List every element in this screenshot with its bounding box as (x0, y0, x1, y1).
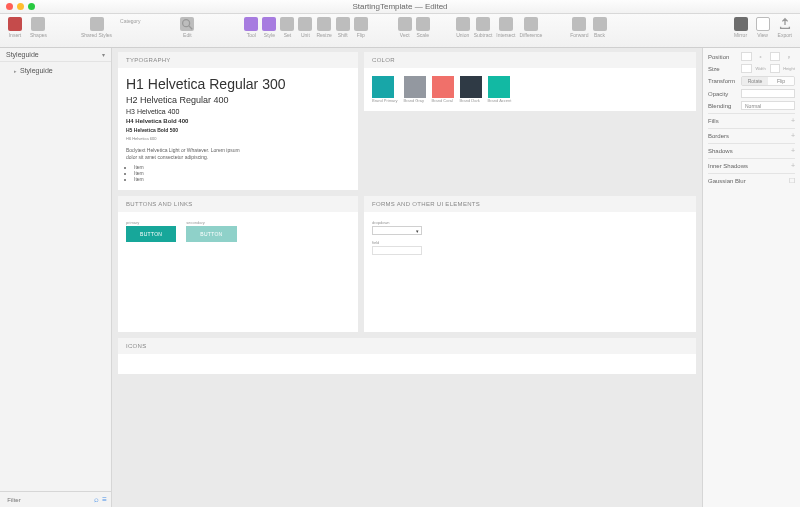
icons-panel: ICONS (118, 338, 696, 374)
layer-panel: Styleguide ▾ Styleguide ⌕ ≡ (0, 48, 112, 507)
edit-button[interactable]: Edit (180, 17, 194, 38)
style-button[interactable]: Style (262, 17, 276, 38)
svg-point-0 (183, 20, 190, 27)
forms-title: FORMS AND OTHER UI ELEMENTS (364, 196, 696, 212)
color-panel: COLOR Brand PrimaryBrand GrayBrand Coral… (364, 52, 696, 111)
difference-button[interactable]: Difference (520, 17, 543, 38)
search-icon (180, 17, 194, 31)
forward-button[interactable]: Forward (570, 17, 588, 38)
back-button[interactable]: Back (593, 17, 607, 38)
shape-icon (31, 17, 45, 31)
filter-icon[interactable]: ⌕ (94, 495, 99, 504)
mirror-icon (734, 17, 748, 31)
buttons-title: BUTTONS AND LINKS (118, 196, 358, 212)
borders-section[interactable]: Borders+ (708, 128, 795, 140)
swatch-box (488, 76, 510, 98)
opacity-field[interactable] (741, 89, 795, 98)
filter-input[interactable] (7, 497, 91, 503)
typography-title: TYPOGRAPHY (118, 52, 358, 68)
unit-icon (298, 17, 312, 31)
intersect-button[interactable]: Intersect (496, 17, 515, 38)
subtract-icon (476, 17, 490, 31)
view-button[interactable]: View (756, 17, 770, 38)
insert-button[interactable]: Insert (8, 17, 22, 38)
list-icon[interactable]: ≡ (102, 495, 107, 504)
shift-icon (336, 17, 350, 31)
blending-select[interactable]: Normal (741, 101, 795, 110)
page-selector[interactable]: Styleguide ▾ (0, 48, 111, 62)
boolean-group: UnionSubtractIntersectDifference (456, 17, 543, 38)
position-label: Position (708, 54, 738, 60)
h1-sample: H1 Helvetica Regular 300 (126, 76, 350, 92)
union-icon (456, 17, 470, 31)
category-group: Category (120, 17, 140, 24)
shift-button[interactable]: Shift (336, 17, 350, 38)
back-icon (593, 17, 607, 31)
plus-icon[interactable]: + (791, 162, 795, 169)
page-name: Styleguide (6, 51, 39, 58)
secondary-button[interactable]: BUTTON (186, 226, 236, 242)
primary-button[interactable]: BUTTON (126, 226, 176, 242)
window-titlebar: StartingTemplate — Edited (0, 0, 800, 14)
shared-styles-button[interactable]: Shared Styles (81, 17, 112, 38)
body-sample: Bodytext Helvetica Light or Whatever. Lo… (126, 147, 246, 161)
swatch-label: Brand Accent (488, 99, 512, 103)
transform-segment[interactable]: RotateFlip (741, 76, 795, 86)
form-select[interactable]: ▾ (372, 226, 422, 235)
layer-item[interactable]: Styleguide (4, 65, 107, 76)
forms-panel: FORMS AND OTHER UI ELEMENTS dropdown ▾ f… (364, 196, 696, 332)
shadows-section[interactable]: Shadows+ (708, 143, 795, 155)
swatch-box (404, 76, 426, 98)
plus-icon[interactable]: + (791, 132, 795, 139)
width-field[interactable] (741, 64, 752, 73)
swatch-box (432, 76, 454, 98)
forward-icon (572, 17, 586, 31)
h5-sample: H5 Helvetica Bold 500 (126, 127, 350, 133)
swatch-label: Brand Dark (460, 99, 480, 103)
resize-button[interactable]: Resize (316, 17, 331, 38)
position-y-field[interactable] (770, 52, 781, 61)
transform-label: Transform (708, 78, 738, 84)
layer-filter: ⌕ ≡ (0, 491, 111, 507)
color-swatch: Brand Gray (404, 76, 426, 103)
position-x-field[interactable] (741, 52, 752, 61)
vector-group: VectScale (398, 17, 430, 38)
gaussian-blur-section[interactable]: Gaussian Blur☐ (708, 173, 795, 186)
tool-button[interactable]: Tool (244, 17, 258, 38)
h4-sample: H4 Helvetica Bold 400 (126, 118, 350, 124)
blending-label: Blending (708, 103, 738, 109)
shapes-button[interactable]: Shapes (30, 17, 47, 38)
list-item: Item (134, 176, 350, 182)
chevron-down-icon: ▾ (416, 228, 419, 234)
plus-icon (8, 17, 22, 31)
vect-button[interactable]: Vect (398, 17, 412, 38)
height-field[interactable] (770, 64, 781, 73)
swatch-label: Brand Gray (404, 99, 424, 103)
styles-icon (90, 17, 104, 31)
list-sample: ItemItemItem (126, 164, 350, 182)
scale-button[interactable]: Scale (416, 17, 430, 38)
union-button[interactable]: Union (456, 17, 470, 38)
plus-icon[interactable]: + (791, 147, 795, 154)
input-label: field (372, 240, 688, 245)
fills-section[interactable]: Fills+ (708, 113, 795, 125)
subtract-button[interactable]: Subtract (474, 17, 493, 38)
unit-button[interactable]: Unit (298, 17, 312, 38)
plus-icon[interactable]: ☐ (789, 177, 795, 185)
color-title: COLOR (364, 52, 696, 68)
canvas[interactable]: TYPOGRAPHY H1 Helvetica Regular 300 H2 H… (112, 48, 702, 507)
difference-icon (524, 17, 538, 31)
set-button[interactable]: Set (280, 17, 294, 38)
color-swatch: Brand Accent (488, 76, 512, 103)
flip-button[interactable]: Flip (354, 17, 368, 38)
form-input[interactable] (372, 246, 422, 255)
typography-panel: TYPOGRAPHY H1 Helvetica Regular 300 H2 H… (118, 52, 358, 190)
vect-icon (398, 17, 412, 31)
select-label: dropdown (372, 220, 688, 225)
swatch-label: Brand Primary (372, 99, 398, 103)
plus-icon[interactable]: + (791, 117, 795, 124)
scale-icon (416, 17, 430, 31)
export-button[interactable]: Export (778, 17, 792, 38)
inner-shadows-section[interactable]: Inner Shadows+ (708, 158, 795, 170)
mirror-button[interactable]: Mirror (734, 17, 748, 38)
